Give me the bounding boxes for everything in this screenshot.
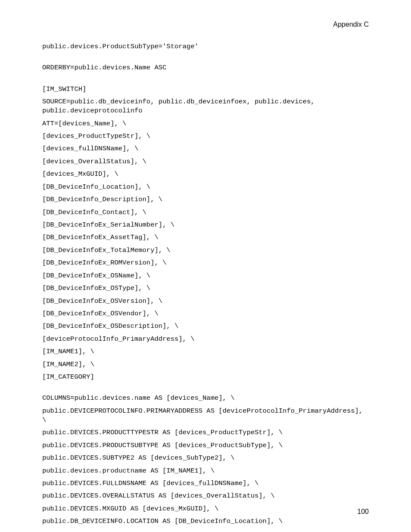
code-content: public.devices.ProductSubType='Storage'O… — [42, 42, 369, 526]
code-line: [DB_DeviceInfoEx_OSDescription], \ — [42, 322, 369, 331]
code-line: COLUMNS=public.devices.name AS [devices_… — [42, 394, 369, 403]
blank-line — [42, 76, 369, 85]
code-line: [DB_DeviceInfo_Location], \ — [42, 183, 369, 192]
code-line: public.DEVICES.MXGUID AS [devices_MxGUID… — [42, 504, 369, 513]
code-line: [IM_NAME2], \ — [42, 360, 369, 369]
blank-line — [42, 385, 369, 394]
code-line: public.DB_DEVICEINFO.LOCATION AS [DB_Dev… — [42, 517, 369, 526]
code-line: public.DEVICES.SUBTYPE2 AS [devices_SubT… — [42, 454, 369, 463]
code-line: public.DEVICES.FULLDNSNAME AS [devices_f… — [42, 479, 369, 488]
code-line: public.devices.ProductSubType='Storage' — [42, 42, 369, 51]
code-line: [DB_DeviceInfoEx_ROMVersion], \ — [42, 258, 369, 268]
blank-line — [42, 55, 369, 63]
code-line: [DB_DeviceInfoEx_OSVersion], \ — [42, 297, 369, 306]
code-line: [DB_DeviceInfo_Contact], \ — [42, 208, 369, 217]
code-line: [DB_DeviceInfo_Description], \ — [42, 195, 369, 204]
code-line: ATT=[devices_Name], \ — [42, 119, 369, 128]
code-line: [IM_CATEGORY] — [42, 373, 369, 382]
code-line: [devices_ProductTypeStr], \ — [42, 132, 369, 141]
code-line: public.DEVICES.PRODUCTSUBTYPE AS [device… — [42, 441, 369, 450]
code-line: public.devices.productname AS [IM_NAME1]… — [42, 467, 369, 476]
code-line: SOURCE=public.db_deviceinfo, public.db_d… — [42, 97, 369, 115]
code-line: [deviceProtocolInfo_PrimaryAddress], \ — [42, 335, 369, 344]
code-line: ORDERBY=public.devices.Name ASC — [42, 63, 369, 72]
code-line: [DB_DeviceInfoEx_OSVendor], \ — [42, 309, 369, 318]
code-line: public.DEVICES.OVERALLSTATUS AS [devices… — [42, 492, 369, 501]
page-header: Appendix C — [42, 21, 369, 28]
code-line: [devices_fullDNSName], \ — [42, 144, 369, 153]
code-line: public.DEVICES.PRODUCTTYPESTR AS [device… — [42, 428, 369, 437]
code-line: [DB_DeviceInfoEx_OSName], \ — [42, 271, 369, 280]
code-line: [IM_SWITCH] — [42, 85, 369, 94]
code-line: [devices_MxGUID], \ — [42, 170, 369, 179]
code-line: [IM_NAME1], \ — [42, 347, 369, 356]
code-line: [devices_OverallStatus], \ — [42, 157, 369, 166]
page-number: 100 — [357, 508, 369, 516]
code-line: [DB_DeviceInfoEx_TotalMemory], \ — [42, 246, 369, 255]
code-line: [DB_DeviceInfoEx_SerialNumber], \ — [42, 221, 369, 230]
code-line: [DB_DeviceInfoEx_AssetTag], \ — [42, 233, 369, 242]
code-line: [DB_DeviceInfoEx_OSType], \ — [42, 284, 369, 293]
code-line: public.DEVICEPROTOCOLINFO.PRIMARYADDRESS… — [42, 407, 369, 425]
